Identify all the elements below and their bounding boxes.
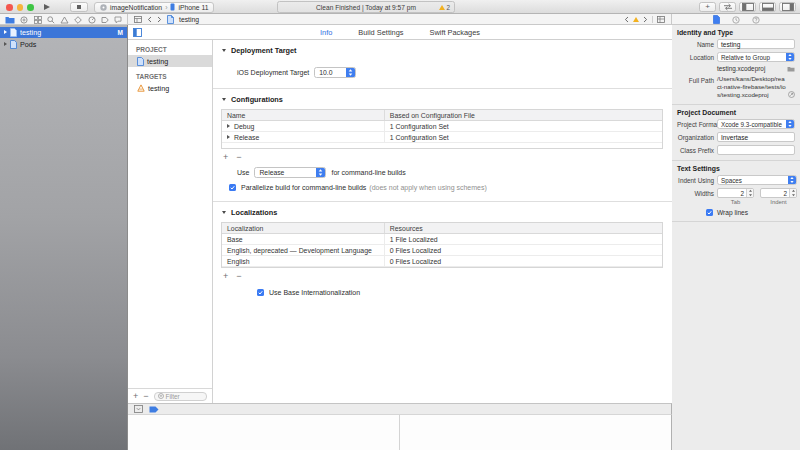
command-line-config-popup[interactable]: Release: [254, 167, 326, 178]
add-localization-button[interactable]: +: [223, 272, 228, 281]
base-internationalization-checkbox[interactable]: [257, 289, 264, 296]
popup-value: 10.0: [315, 68, 336, 77]
tab-width-value: 2: [718, 189, 746, 197]
tab-info[interactable]: Info: [320, 28, 332, 37]
debug-navigator-icon[interactable]: [88, 16, 96, 24]
toggle-navigator-button[interactable]: [739, 2, 756, 12]
forward-button[interactable]: [157, 16, 162, 23]
navigator-tab-strip: [0, 14, 128, 25]
run-button[interactable]: [44, 4, 50, 10]
toggle-inspector-button[interactable]: [779, 2, 796, 12]
source-control-navigator-icon[interactable]: [20, 16, 28, 24]
find-navigator-icon[interactable]: [47, 16, 55, 24]
indent-using-popup[interactable]: Spaces: [717, 175, 797, 185]
section-disclosure-icon[interactable]: [222, 211, 226, 214]
history-inspector-icon[interactable]: [732, 16, 740, 24]
indent-width-stepper[interactable]: 2: [760, 188, 797, 198]
report-navigator-icon[interactable]: [114, 16, 122, 24]
tab-width-stepper[interactable]: 2: [717, 188, 754, 198]
config-name: Debug: [234, 123, 254, 130]
file-inspector-icon[interactable]: [713, 15, 720, 24]
previous-issue-button[interactable]: [624, 16, 629, 23]
sidebar-item-label: testing: [147, 57, 168, 66]
navigator-item-pods[interactable]: Pods: [0, 39, 127, 50]
status-text: Clean Finished | Today at 9:57 pm: [316, 4, 416, 11]
localization-name: English, deprecated — Development Langua…: [222, 245, 385, 255]
sidebar-item-target-testing[interactable]: testing: [128, 82, 212, 94]
tab-build-settings[interactable]: Build Settings: [358, 28, 403, 37]
target-icon: [137, 84, 145, 92]
table-row[interactable]: Release 1 Configuration Set: [222, 132, 662, 143]
check-icon: [258, 290, 263, 295]
debug-view-toggle-icon[interactable]: [134, 405, 143, 413]
stepper-arrows-icon[interactable]: [746, 189, 753, 197]
related-items-icon[interactable]: [134, 16, 142, 23]
localizations-add-remove: + −: [213, 268, 672, 281]
back-button[interactable]: [147, 16, 152, 23]
table-row[interactable]: Base 1 File Localized: [222, 234, 662, 245]
configurations-add-remove: + −: [213, 149, 672, 162]
filter-input[interactable]: Filter: [154, 392, 207, 401]
table-row[interactable]: Debug 1 Configuration Set: [222, 121, 662, 132]
test-navigator-icon[interactable]: [74, 16, 82, 24]
popup-chevrons-icon: [316, 168, 325, 177]
zoom-window-button[interactable]: [27, 4, 34, 11]
table-row[interactable]: English 0 Files Localized: [222, 256, 662, 267]
stepper-arrows-icon[interactable]: [789, 189, 796, 197]
remove-target-button[interactable]: −: [143, 392, 148, 401]
quick-help-inspector-icon[interactable]: [752, 16, 760, 24]
disclosure-triangle-icon[interactable]: [227, 124, 230, 128]
section-disclosure-icon[interactable]: [222, 98, 226, 101]
configurations-table: Name Based on Configuration File Debug 1…: [221, 109, 663, 149]
reveal-arrow-icon[interactable]: [788, 91, 795, 98]
breakpoints-toggle-icon[interactable]: [149, 406, 159, 413]
breakpoint-navigator-icon[interactable]: [101, 16, 109, 24]
minimize-window-button[interactable]: [17, 4, 24, 11]
console-view[interactable]: [400, 415, 672, 450]
scheme-selector[interactable]: imageNotification › iPhone 11: [94, 2, 214, 13]
scheme-separator: ›: [165, 4, 167, 11]
location-popup[interactable]: Relative to Group: [717, 52, 795, 62]
navigator-item-testing[interactable]: testing M: [0, 27, 127, 38]
folder-icon[interactable]: [787, 66, 795, 72]
sidebar-item-project-testing[interactable]: testing: [128, 55, 212, 67]
class-prefix-field[interactable]: [717, 145, 795, 155]
ios-deployment-popup[interactable]: 10.0: [314, 67, 356, 78]
toggle-debug-button[interactable]: [759, 2, 776, 12]
tab-swift-packages[interactable]: Swift Packages: [430, 28, 481, 37]
organization-field[interactable]: Invertase: [717, 132, 795, 142]
sidebar-item-label: testing: [148, 84, 169, 93]
remove-configuration-button[interactable]: −: [236, 153, 241, 162]
navigator-item-label: Pods: [20, 40, 36, 49]
symbol-navigator-icon[interactable]: [34, 16, 42, 24]
editor-options-icon[interactable]: [657, 16, 665, 23]
table-row[interactable]: English, deprecated — Development Langua…: [222, 245, 662, 256]
disclosure-triangle-icon[interactable]: [4, 42, 7, 46]
jumpbar-file-name[interactable]: testing: [179, 16, 199, 23]
section-title: Configurations: [231, 95, 283, 104]
popup-value: Relative to Group: [718, 53, 773, 61]
parallelize-checkbox[interactable]: [229, 184, 236, 191]
popup-chevrons-icon: [786, 53, 794, 61]
close-window-button[interactable]: [6, 4, 13, 11]
add-configuration-button[interactable]: +: [223, 153, 228, 162]
issue-navigator-icon[interactable]: [60, 16, 69, 24]
warning-badge[interactable]: 2: [439, 4, 450, 11]
editor-arrows-button[interactable]: [719, 2, 736, 12]
name-field[interactable]: testing: [717, 39, 795, 49]
disclosure-triangle-icon[interactable]: [227, 135, 230, 139]
stop-button[interactable]: [70, 2, 88, 12]
section-deployment-target: Deployment Target: [213, 40, 672, 60]
next-issue-button[interactable]: [643, 16, 648, 23]
activity-viewer[interactable]: Clean Finished | Today at 9:57 pm 2: [277, 1, 455, 13]
project-file-icon: [10, 28, 17, 37]
disclosure-triangle-icon[interactable]: [4, 30, 7, 34]
add-target-button[interactable]: +: [133, 392, 138, 401]
library-button[interactable]: +: [699, 2, 716, 12]
remove-localization-button[interactable]: −: [236, 272, 241, 281]
variables-view[interactable]: [128, 415, 400, 450]
project-navigator-icon[interactable]: [5, 16, 15, 24]
section-disclosure-icon[interactable]: [222, 49, 226, 52]
project-format-popup[interactable]: Xcode 9.3-compatible: [717, 119, 795, 129]
wrap-lines-checkbox[interactable]: [706, 209, 713, 216]
